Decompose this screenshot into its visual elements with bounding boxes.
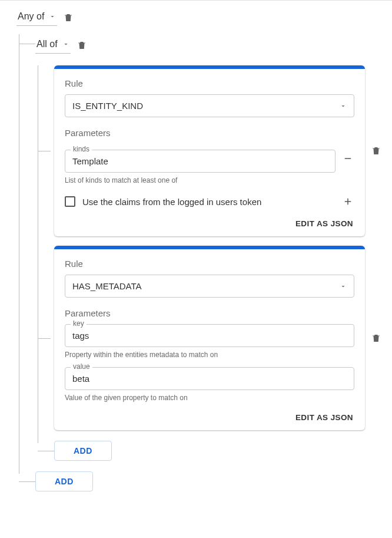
anyof-add-button[interactable]: ADD: [35, 471, 93, 491]
rule-select-value: HAS_METADATA: [72, 281, 142, 291]
card-footer: EDIT AS JSON: [65, 219, 354, 228]
chevron-down-icon: [340, 103, 347, 110]
delete-anyof-icon[interactable]: [63, 12, 74, 23]
allof-subtree: Rule IS_ENTITY_KIND Parameters kinds: [38, 65, 381, 461]
rule-tree-root: Any of All of: [0, 1, 392, 497]
rule-card-has-metadata: Rule HAS_METADATA Parameters key tags: [54, 246, 365, 430]
parameters-label: Parameters: [65, 308, 354, 318]
key-field-label: key: [71, 319, 87, 328]
kinds-input[interactable]: Template: [65, 150, 335, 173]
key-field-wrap: key tags: [65, 324, 354, 347]
parameters-label: Parameters: [65, 128, 354, 138]
rule-select[interactable]: HAS_METADATA: [65, 275, 354, 298]
allof-operator-select[interactable]: All of: [35, 37, 71, 54]
kinds-field-wrap: kinds Template: [65, 150, 335, 173]
delete-rule-1-icon[interactable]: [371, 146, 381, 156]
anyof-subtree: All of Rule IS_EN: [19, 34, 381, 491]
rule-node-2: Rule HAS_METADATA Parameters key tags: [54, 246, 381, 430]
card-body: Rule IS_ENTITY_KIND Parameters kinds: [54, 69, 365, 236]
delete-rule-2-icon[interactable]: [371, 333, 381, 344]
chevron-down-icon: [62, 41, 69, 48]
value-input[interactable]: beta: [65, 367, 354, 390]
key-input[interactable]: tags: [65, 324, 354, 347]
edit-as-json-button[interactable]: EDIT AS JSON: [294, 217, 354, 230]
delete-allof-icon[interactable]: [77, 40, 87, 51]
card-footer: EDIT AS JSON: [65, 412, 354, 422]
claims-checkbox-label: Use the claims from the logged in users …: [82, 197, 334, 207]
edit-as-json-button[interactable]: EDIT AS JSON: [294, 411, 354, 424]
kinds-field-label: kinds: [71, 145, 92, 153]
rule-select-value: IS_ENTITY_KIND: [72, 101, 143, 111]
anyof-group-header: Any of: [16, 6, 381, 28]
rule-card-is-entity-kind: Rule IS_ENTITY_KIND Parameters kinds: [54, 65, 365, 236]
card-body: Rule HAS_METADATA Parameters key tags: [54, 249, 365, 430]
anyof-add-row: ADD: [35, 471, 381, 491]
key-helper: Property within the entities metadata to…: [65, 351, 354, 359]
claims-checkbox-row: Use the claims from the logged in users …: [65, 195, 354, 208]
claims-checkbox[interactable]: [65, 196, 75, 207]
kinds-param-row: kinds Template: [65, 144, 354, 173]
allof-child: All of Rule IS_EN: [35, 34, 381, 461]
value-field-label: value: [71, 362, 92, 371]
allof-add-button[interactable]: ADD: [54, 441, 112, 461]
value-helper: Value of the given property to match on: [65, 394, 354, 402]
rule-select[interactable]: IS_ENTITY_KIND: [65, 94, 354, 117]
allof-add-row: ADD: [54, 441, 381, 461]
rule-section-label: Rule: [65, 259, 354, 269]
allof-group-header: All of: [35, 34, 381, 56]
remove-kind-button[interactable]: [341, 152, 354, 165]
chevron-down-icon: [49, 13, 56, 20]
rule-section-label: Rule: [65, 78, 354, 88]
anyof-label: Any of: [18, 11, 44, 22]
value-field-wrap: value beta: [65, 367, 354, 390]
rule-node-1: Rule IS_ENTITY_KIND Parameters kinds: [54, 65, 381, 236]
anyof-operator-select[interactable]: Any of: [16, 9, 57, 26]
add-param-button[interactable]: [341, 195, 354, 208]
kinds-helper: List of kinds to match at least one of: [65, 176, 354, 184]
allof-label: All of: [36, 39, 58, 49]
chevron-down-icon: [340, 283, 347, 290]
